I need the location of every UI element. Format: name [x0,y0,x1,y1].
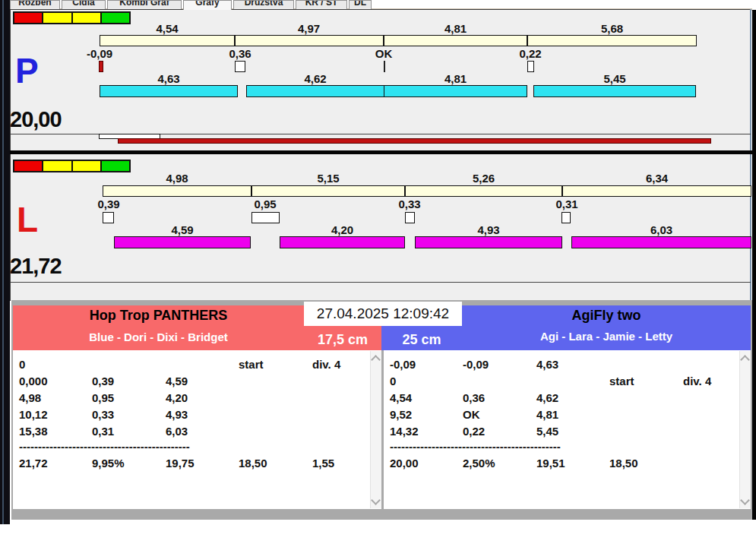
table-separator: ----------------------------------------… [19,440,226,451]
scrollbar-left[interactable] [370,351,381,508]
progress-elapsed-bar [118,138,711,144]
early-start-mark [99,61,103,72]
traffic-cell [14,161,42,171]
split-time-label: 4,97 [235,23,383,35]
background-window-strip-right [752,10,756,520]
split-bar-divider [561,185,563,197]
table-cell: start [609,375,634,387]
split-time-label: 6,34 [562,172,751,185]
table-cell: OK [463,408,480,421]
traffic-cell [14,13,42,23]
penalty-box [251,212,280,223]
traffic-cell [43,13,71,23]
penalty-box [527,61,534,72]
run-time-label: 4,63 [100,73,238,85]
tab-label: Čidla [62,0,105,8]
tab-rozbeh[interactable]: Rozbeh [10,0,60,9]
table-cell: 0,000 [19,375,48,387]
run-time-label: 4,20 [280,224,405,236]
team-right-category: 25 cm [381,331,462,348]
team-right-name: AgiFly two [462,307,751,324]
table-cell: 0,95 [92,391,114,404]
split-bar-divider [234,35,236,46]
tab-label: DL [350,0,371,8]
run-time-bar [415,236,562,248]
run-time-bar [384,85,527,97]
table-total-cell: 9,95% [92,457,125,470]
panel-l-letter: L [17,202,38,237]
agility-timing-window: P 20,00 L 21,72 Hop Trop PANTHERS Blue -… [0,0,756,544]
team-left-category: 17,5 cm [304,331,381,348]
split-bar-divider [404,185,406,197]
tab-label: Družstva [234,0,293,8]
tab-label: KR / ST [296,0,346,8]
split-time-label: 4,54 [100,23,235,35]
traffic-cell [102,13,129,23]
split-time-label: 5,15 [251,172,405,185]
run-time-label: 4,93 [415,224,562,236]
penalty-label: 0,95 [239,198,291,210]
penalty-box [103,212,114,223]
tab-kr-st[interactable]: KR / ST [296,0,347,9]
panel-l-bottom-line [11,282,751,283]
table-cell: 5,45 [536,425,558,438]
table-cell: div. 4 [683,375,711,387]
panel-p-total-time: 20,00 [10,108,62,131]
traffic-cell [73,161,100,171]
table-cell: 0,22 [463,425,485,438]
penalty-label: 0,39 [83,198,134,210]
datetime-display: 27.04.2025 12:09:42 [304,302,462,326]
traffic-light [13,160,131,172]
run-time-label: 6,03 [571,224,751,236]
traffic-cell [73,13,100,23]
run-time-bar [571,236,751,248]
scrollbar-right[interactable] [739,351,751,508]
ok-mark [384,61,385,72]
tab-label: Rozbeh [11,0,59,8]
split-bar-divider [251,185,252,197]
tab-label: Grafy [184,0,231,8]
table-total-cell: 20,00 [390,457,419,470]
table-cell: 4,93 [166,408,188,421]
run-time-bar [533,85,696,97]
table-cell: 10,12 [19,408,48,421]
table-cell: 14,32 [390,425,419,438]
tab-label: Kombi Graf [108,0,181,8]
split-time-bar [100,35,697,46]
table-cell: 0,31 [92,425,114,438]
traffic-cell [102,161,129,171]
penalty-label: OK [358,48,410,60]
table-cell: div. 4 [312,358,340,371]
table-cell: 6,03 [166,425,188,438]
window-right-border [750,9,751,301]
tab-dru-stva[interactable]: Družstva [233,0,294,9]
split-time-label: 4,98 [103,172,251,185]
team-left-listbox[interactable] [13,350,381,509]
table-total-cell: 1,55 [312,457,334,470]
run-time-label: 4,81 [384,73,527,85]
table-cell: 4,81 [536,408,558,421]
tab-grafy[interactable]: Grafy [183,0,232,10]
panel-l-total-time: 21,72 [10,255,62,277]
tab--idla[interactable]: Čidla [62,0,106,9]
table-total-cell: 21,72 [19,457,48,470]
tab-dl[interactable]: DL [349,0,372,9]
table-cell: 4,54 [390,391,412,404]
table-total-cell: 18,50 [239,457,267,470]
table-cell: -0,09 [390,358,416,371]
table-total-cell: 19,75 [166,457,195,470]
table-cell: 0 [390,375,396,387]
table-cell: 0,33 [92,408,114,421]
panel-separator [10,150,752,154]
split-time-label: 4,81 [384,23,527,35]
split-bar-divider [527,35,528,46]
penalty-box [235,61,245,72]
run-time-bar [280,236,405,248]
run-time-bar [100,85,238,97]
table-cell: 4,59 [166,375,188,387]
table-total-cell: 19,51 [536,457,565,470]
traffic-cell [43,161,71,171]
run-time-bar [114,236,251,248]
split-time-label: 5,68 [527,23,697,35]
tab-kombi-graf[interactable]: Kombi Graf [107,0,182,9]
